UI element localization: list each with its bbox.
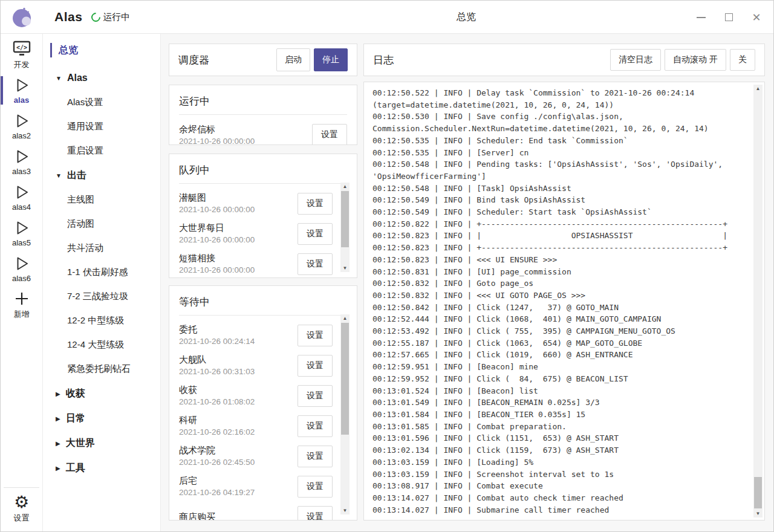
titlebar: Alas 运行中 总览 ✕ [1,1,773,34]
menu-groups: ▼AlasAlas设置通用设置重启设置▼出击主线图活动图共斗活动1-1 伏击刷好… [43,65,160,480]
rail-item-新增[interactable]: 新增 [1,287,42,322]
menu-group-2[interactable]: ▶收获 [43,381,160,406]
maximize-button[interactable] [724,13,733,22]
task-time: 2021-10-26 02:45:50 [179,456,298,469]
scroll-down-icon[interactable]: ▼ [753,510,763,517]
task-setting-button[interactable]: 设置 [298,355,333,377]
log-line: 00:12:57.665 | INFO | Click (1019, 660) … [372,349,749,361]
log-line: 00:12:50.548 | INFO | [Task] OpsiAshAssi… [372,183,749,195]
queue-scrollbar[interactable]: ▲ ▼ [340,183,350,272]
scrollbar-thumb[interactable] [754,477,762,508]
start-button[interactable]: 启动 [276,48,310,71]
menu-group-4[interactable]: ▶大世界 [43,430,160,455]
task-setting-button[interactable]: 设置 [298,446,333,467]
rail-item-alas2[interactable]: alas2 [1,108,42,144]
task-row: 收获2021-10-26 01:08:02设置 [179,381,347,411]
task-setting-button[interactable]: 设置 [298,223,333,245]
scrollbar-thumb[interactable] [341,323,349,435]
log-line: (target=datetime.datetime(2021, 10, 26, … [372,99,749,111]
waiting-scrollbar[interactable]: ▲ ▼ [340,314,350,514]
log-line: 00:13:01.596 | INFO | Click (1151, 653) … [372,432,749,444]
nav-rail: </>开发alasalas2alas3alas4alas5alas6新增 ⚙ 设… [1,34,43,531]
autoscroll-off-button[interactable]: 关 [730,49,755,71]
menu-item[interactable]: 12-2 中型练级 [43,308,160,332]
log-line: 00:12:50.535 | INFO | [Server] cn [372,147,749,159]
scrollbar-thumb[interactable] [341,191,349,247]
task-row: 大世界每日2021-10-26 00:00:00设置 [179,219,347,249]
main-content: 调度器 启动 停止 运行中 余烬信标2021-10-26 00:00:00设置 … [161,34,773,531]
task-name: 潜艇图 [179,191,298,204]
log-body[interactable]: 00:12:50.522 | INFO | Delay task `Commis… [372,87,749,516]
log-line: 00:13:14.027 | INFO | Combat auto check … [372,492,749,504]
task-name: 后宅 [179,474,298,487]
task-setting-button[interactable]: 设置 [298,415,333,437]
log-line: 00:13:02.134 | INFO | Click (1159, 673) … [372,444,749,456]
log-line: 00:12:50.549 | INFO | Scheduler: Start t… [372,206,749,218]
task-setting-button[interactable]: 设置 [298,476,333,498]
task-info: 后宅2021-10-26 04:19:27 [179,474,298,499]
rail-item-开发[interactable]: </>开发 [1,37,42,73]
stop-button[interactable]: 停止 [314,48,348,71]
task-setting-button[interactable]: 设置 [298,253,333,275]
menu-item[interactable]: Alas设置 [43,90,160,114]
log-scrollbar[interactable]: ▲ ▼ [753,85,763,517]
menu-group-5[interactable]: ▶工具 [43,455,160,480]
log-card: 00:12:50.522 | INFO | Delay task `Commis… [363,82,765,521]
log-line: 00:12:50.822 | INFO | +-----------------… [372,218,749,230]
task-setting-button[interactable]: 设置 [298,325,333,346]
scroll-up-icon[interactable]: ▲ [753,85,763,92]
task-name: 余烬信标 [179,123,312,135]
menu-item[interactable]: 共斗活动 [43,236,160,260]
menu-item[interactable]: 活动图 [43,212,160,236]
rail-item-alas[interactable]: alas [1,73,42,108]
menu-item[interactable]: 主线图 [43,187,160,212]
task-setting-button[interactable]: 设置 [298,506,333,521]
menu-item[interactable]: 12-4 大型练级 [43,332,160,357]
menu-group-0[interactable]: ▼Alas [43,65,160,90]
task-row: 战术学院2021-10-26 02:45:50设置 [179,441,347,472]
rail-item-alas4[interactable]: alas4 [1,180,42,215]
chevron-right-icon: ▶ [56,431,60,456]
menu-group-3[interactable]: ▶日常 [43,406,160,430]
plus-icon [13,290,30,308]
task-setting-button[interactable]: 设置 [298,385,333,407]
log-line: 00:12:53.492 | INFO | Click ( 755, 395) … [372,325,749,337]
scroll-down-icon[interactable]: ▼ [340,507,350,514]
menu-item[interactable]: 通用设置 [43,114,160,138]
scroll-down-icon[interactable]: ▼ [340,264,350,272]
menu-item[interactable]: 7-2 三战捡垃圾 [43,284,160,308]
rail-item-alas6[interactable]: alas6 [1,251,42,287]
scheduler-column: 调度器 启动 停止 运行中 余烬信标2021-10-26 00:00:00设置 … [169,44,357,521]
play-icon [13,76,30,94]
menu-group-1[interactable]: ▼出击 [43,163,160,187]
log-line: 00:12:50.535 | INFO | Scheduler: End tas… [372,135,749,147]
scheduler-status: 运行中 [91,11,130,23]
rail-item-label: alas2 [12,131,31,140]
scroll-up-icon[interactable]: ▲ [340,314,350,322]
menu-item-overview[interactable]: 总览 [43,42,160,59]
menu-item[interactable]: 1-1 伏击刷好感 [43,260,160,284]
clear-log-button[interactable]: 清空日志 [610,49,661,71]
task-setting-button[interactable]: 设置 [312,124,347,145]
rail-item-label: alas4 [12,203,31,212]
task-time: 2021-10-26 01:08:02 [179,396,298,408]
task-row: 大舰队2021-10-26 00:31:03设置 [179,351,347,381]
rail-item-label: alas [14,96,29,105]
log-line: 00:13:14.027 | INFO | Submarine call tim… [372,504,749,516]
rail-item-settings[interactable]: ⚙ 设置 [1,493,42,524]
close-button[interactable]: ✕ [752,13,761,22]
play-icon [13,148,30,166]
rail-item-alas5[interactable]: alas5 [1,215,42,251]
log-line: 00:12:50.823 | INFO | | OPSIASHASSIST | [372,230,749,242]
rail-item-alas3[interactable]: alas3 [1,144,42,180]
rail-item-label: alas5 [12,238,31,247]
task-setting-button[interactable]: 设置 [298,193,333,215]
play-icon [13,183,30,201]
task-time: 2021-10-26 00:00:00 [179,234,298,246]
autoscroll-on-button[interactable]: 自动滚动 开 [665,49,726,71]
menu-item[interactable]: 重启设置 [43,138,160,163]
minimize-button[interactable] [696,13,706,22]
chevron-right-icon: ▶ [56,381,60,406]
menu-item[interactable]: 紧急委托刷钻石 [43,357,160,381]
scroll-up-icon[interactable]: ▲ [340,183,350,190]
